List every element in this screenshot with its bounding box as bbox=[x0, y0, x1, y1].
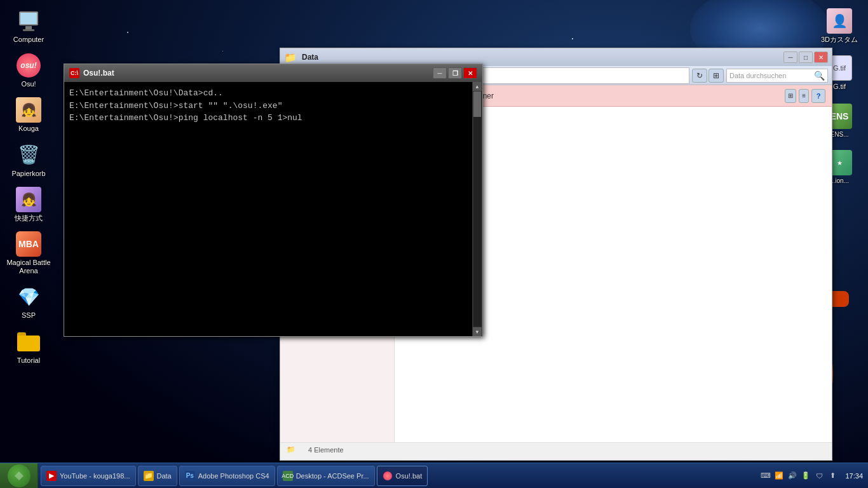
tutorial-icon-label: Tutorial bbox=[17, 356, 40, 365]
desktop-icon-ssp[interactable]: 💎 SSP bbox=[3, 280, 54, 323]
tray-icon-volume[interactable]: 🔊 bbox=[787, 471, 797, 481]
desktop-icon-3dcustom[interactable]: 👤 3Dカスタム bbox=[814, 4, 865, 48]
mba-icon-label: Magical Battle Arena bbox=[6, 259, 51, 275]
ssp-icon-label: SSP bbox=[22, 311, 36, 320]
desktop-icon-computer[interactable]: Computer bbox=[3, 4, 54, 48]
view-toggle-btn[interactable]: ⊞ bbox=[785, 89, 796, 103]
osubat-icon bbox=[383, 471, 393, 481]
taskbar-item-photoshop[interactable]: Ps Adobe Photoshop CS4 bbox=[179, 466, 275, 486]
file-info-title-folder: title Dateiordner bbox=[435, 120, 820, 137]
desktop-icon-recycle[interactable]: 🗑️ Papierkorb bbox=[3, 139, 54, 182]
desktop-icon-kouga[interactable]: 👧 Kouga bbox=[3, 93, 54, 137]
cmd-window: C:\ Osu!.bat ─ ❐ ✕ E:\Entertainment\Osu!… bbox=[64, 64, 483, 337]
status-count: 4 Elemente bbox=[308, 446, 344, 454]
kousoku-icon-label: 快捷方式 bbox=[15, 214, 43, 222]
tray-icon-update[interactable]: ⬆ bbox=[827, 471, 837, 481]
svg-rect-17 bbox=[20, 13, 37, 24]
data-folder-icon: 📁 bbox=[144, 471, 154, 481]
tray-icon-keyboard[interactable]: ⌨ bbox=[761, 471, 771, 481]
help-btn[interactable]: ? bbox=[811, 89, 825, 103]
cmd-body[interactable]: E:\Entertainment\Osu!\Data>cd.. E:\Enter… bbox=[64, 82, 482, 336]
cmd-line-3: E:\Entertainment\Osu!>start "" ".\osu!.e… bbox=[69, 100, 477, 112]
system-tray: ⌨ 📶 🔊 🔋 🛡 ⬆ 17:34 bbox=[756, 471, 868, 481]
explorer-title: Data bbox=[302, 53, 318, 62]
taskbar-youtube-label: YouTube - kouga198... bbox=[60, 472, 130, 480]
desktop-icon-tutorial[interactable]: Tutorial bbox=[3, 325, 54, 369]
explorer-close-btn[interactable]: ✕ bbox=[814, 51, 828, 63]
taskbar-item-youtube[interactable]: ▶ YouTube - kouga198... bbox=[41, 466, 136, 486]
system-clock: 17:34 bbox=[841, 472, 863, 480]
computer-icon-label: Computer bbox=[13, 36, 44, 44]
file-info-titlepng: title.png PNG-Bild 921 Bytes bbox=[435, 147, 820, 172]
taskbar-item-acdsee[interactable]: ACD Desktop - ACDSee Pr... bbox=[277, 466, 375, 486]
file-name-title: title bbox=[435, 120, 820, 130]
svg-rect-19 bbox=[23, 29, 34, 31]
gtif-icon-label: G.tif bbox=[833, 83, 846, 91]
start-orb bbox=[8, 464, 31, 487]
taskbar-items: ▶ YouTube - kouga198... 📁 Data Ps Adobe … bbox=[38, 466, 756, 486]
osu-icon-label: Osu! bbox=[21, 80, 36, 88]
taskbar-item-data[interactable]: 📁 Data bbox=[138, 466, 177, 486]
explorer-maximize-btn[interactable]: □ bbox=[799, 51, 813, 63]
cmd-window-controls: ─ ❐ ✕ bbox=[433, 67, 477, 79]
file-meta-title: Dateiordner bbox=[435, 130, 820, 137]
cmd-titlebar[interactable]: C:\ Osu!.bat ─ ❐ ✕ bbox=[64, 64, 482, 82]
cmd-restore-btn[interactable]: ❐ bbox=[448, 67, 462, 79]
acdsee-icon: ACD bbox=[283, 471, 293, 481]
desktop: Computer osu! Osu! 👧 Kouga 🗑️ Papierkorb bbox=[0, 0, 868, 488]
tray-icon-network[interactable]: 📶 bbox=[774, 471, 784, 481]
explorer-minimize-btn[interactable]: ─ bbox=[783, 51, 797, 63]
kouga-icon-label: Kouga bbox=[18, 125, 39, 133]
file-meta-titlepng: PNG-Bild bbox=[435, 157, 820, 165]
scroll-down-btn[interactable]: ▼ bbox=[473, 327, 482, 336]
search-placeholder: Data durchsuchen bbox=[729, 72, 786, 79]
3dcustom-icon-label: 3Dカスタム bbox=[821, 36, 858, 44]
cmd-titlebar-icon: C:\ bbox=[69, 68, 79, 78]
scroll-up-btn[interactable]: ▲ bbox=[473, 82, 482, 91]
taskbar-acdsee-label: Desktop - ACDSee Pr... bbox=[296, 472, 369, 480]
taskbar-item-osubat[interactable]: Osu!.bat bbox=[377, 466, 428, 486]
taskbar-data-label: Data bbox=[157, 472, 172, 480]
tray-icon-battery[interactable]: 🔋 bbox=[801, 471, 811, 481]
cmd-line-1: E:\Entertainment\Osu!\Data>cd.. bbox=[69, 87, 477, 100]
search-bar[interactable]: Data durchsuchen 🔍 bbox=[726, 69, 828, 83]
taskbar-osubat-label: Osu!.bat bbox=[396, 472, 423, 480]
svg-rect-18 bbox=[25, 26, 32, 29]
desktop-icon-osu[interactable]: osu! Osu! bbox=[3, 49, 54, 92]
cmd-scrollbar[interactable]: ▲ ▼ bbox=[472, 82, 482, 336]
explorer-statusbar: 📁 4 Elemente bbox=[280, 442, 832, 456]
photoshop-icon: Ps bbox=[185, 471, 195, 481]
refresh-btn[interactable]: ↻ bbox=[692, 69, 707, 83]
desktop-icon-mba[interactable]: MBA Magical Battle Arena bbox=[3, 227, 54, 279]
cmd-line-5: E:\Entertainment\Osu!>ping localhost -n … bbox=[69, 112, 477, 125]
explorer-window-controls: ─ □ ✕ bbox=[783, 51, 828, 63]
desktop-icons-left: Computer osu! Osu! 👧 Kouga 🗑️ Papierkorb bbox=[0, 0, 57, 488]
file-name-titlepng: title.png bbox=[435, 147, 820, 157]
taskbar: ▶ YouTube - kouga198... 📁 Data Ps Adobe … bbox=[0, 463, 868, 488]
scroll-track bbox=[473, 92, 481, 327]
start-button[interactable] bbox=[0, 463, 38, 489]
cmd-title: Osu!.bat bbox=[83, 69, 114, 78]
scroll-thumb[interactable] bbox=[473, 92, 481, 117]
tray-icon-security[interactable]: 🛡 bbox=[814, 471, 824, 481]
file-size-titlepng: 921 Bytes bbox=[435, 165, 820, 172]
cmd-close-btn[interactable]: ✕ bbox=[463, 67, 477, 79]
taskbar-photoshop-label: Adobe Photoshop CS4 bbox=[198, 472, 269, 480]
view-toggle-btn2[interactable]: ≡ bbox=[799, 89, 809, 103]
cmd-minimize-btn[interactable]: ─ bbox=[433, 67, 447, 79]
recycle-icon-label: Papierkorb bbox=[11, 170, 45, 178]
nav-extra-btn[interactable]: ⊞ bbox=[709, 69, 724, 83]
desktop-icon-kousoku[interactable]: 👧 快捷方式 bbox=[3, 183, 54, 226]
youtube-icon: ▶ bbox=[46, 471, 57, 481]
